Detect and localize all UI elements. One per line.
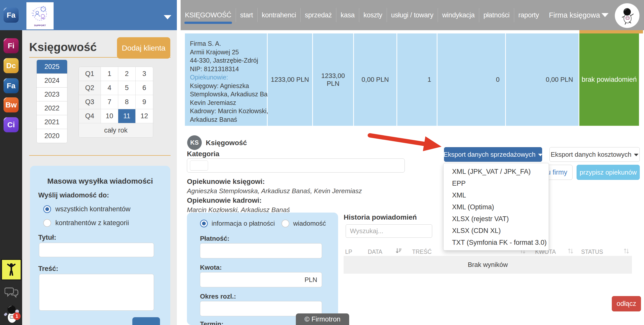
cell-value: 0,00 PLN bbox=[361, 76, 389, 84]
menu-item-xml[interactable]: XML bbox=[444, 189, 549, 201]
history-search-input[interactable] bbox=[346, 224, 432, 238]
content-textarea[interactable] bbox=[39, 274, 154, 311]
add-client-button[interactable]: Dodaj klienta bbox=[117, 37, 170, 59]
radio-message[interactable] bbox=[281, 220, 289, 227]
radio-payment-info[interactable] bbox=[200, 220, 208, 227]
full-year-button[interactable]: cały rok bbox=[79, 123, 153, 137]
month-7[interactable]: 7 bbox=[101, 95, 118, 109]
radio-all-contractors[interactable] bbox=[43, 205, 51, 213]
accessibility-button[interactable] bbox=[1, 259, 21, 280]
nav-tab-ksiegowosc[interactable]: KSIĘGOWOŚĆ bbox=[181, 0, 236, 30]
menu-item-txt-symfonia[interactable]: TXT (Symfonia FK - format 3.0) bbox=[444, 237, 549, 249]
menu-item-xml-jpk[interactable]: XML (JPK_VAT / JPK_FA) bbox=[444, 166, 549, 178]
caretakers-link[interactable]: Opiekunowie: bbox=[190, 73, 264, 82]
caret-down-icon bbox=[538, 154, 543, 156]
month-label: 3 bbox=[142, 70, 146, 78]
caretaker-line: Księgowy: Agnieszka bbox=[190, 82, 264, 90]
category-input[interactable] bbox=[187, 158, 405, 173]
nav-tab-raporty[interactable]: raporty bbox=[514, 0, 543, 30]
month-10[interactable]: 10 bbox=[101, 109, 118, 123]
assign-caretakers-button[interactable]: przypisz opiekunów bbox=[577, 165, 640, 180]
month-5[interactable]: 5 bbox=[118, 81, 136, 95]
nav-tab-koszty[interactable]: koszty bbox=[359, 0, 387, 30]
quarter-q1[interactable]: Q1 bbox=[79, 67, 101, 81]
nav-tab-platnosci[interactable]: płatności bbox=[479, 0, 514, 30]
month-12[interactable]: 12 bbox=[136, 109, 153, 123]
nav-tab-windykacja[interactable]: windykacja bbox=[438, 0, 479, 30]
sort-icon bbox=[568, 247, 574, 255]
quarter-q4[interactable]: Q4 bbox=[79, 109, 101, 123]
nav-label: raporty bbox=[518, 11, 539, 19]
month-8[interactable]: 8 bbox=[118, 95, 136, 109]
app-icon-fa2[interactable]: Fa bbox=[4, 78, 19, 93]
month-2[interactable]: 2 bbox=[118, 67, 136, 81]
menu-item-xlsx-cdn[interactable]: XLSX (CDN XL) bbox=[444, 225, 549, 237]
nav-tab-kontrahenci[interactable]: kontrahenci bbox=[258, 0, 300, 30]
month-9[interactable]: 9 bbox=[136, 95, 153, 109]
nav-tab-sprzedaz[interactable]: sprzedaż bbox=[301, 0, 336, 30]
count-cell-1: 1 bbox=[397, 33, 437, 126]
month-4[interactable]: 4 bbox=[101, 81, 118, 95]
radio-category-contractors[interactable] bbox=[43, 219, 51, 227]
payment-input[interactable] bbox=[200, 243, 322, 258]
export-sales-button[interactable]: Eksport danych sprzedażowych bbox=[444, 147, 542, 162]
cell-value: 0 bbox=[496, 76, 500, 84]
nav-label: płatności bbox=[484, 11, 510, 19]
app-icon-fi[interactable]: Fi bbox=[4, 38, 19, 53]
month-11-selected[interactable]: 11 bbox=[118, 109, 136, 123]
company-logo[interactable]: SUPPORT bbox=[26, 2, 54, 29]
year-2020[interactable]: 2020 bbox=[37, 129, 67, 143]
month-grid: Q1 1 2 3 Q2 4 5 6 Q3 7 8 9 Q4 10 11 12 bbox=[78, 67, 153, 138]
quarter-q2[interactable]: Q2 bbox=[79, 81, 101, 95]
title-input[interactable] bbox=[39, 243, 154, 257]
month-6[interactable]: 6 bbox=[136, 81, 153, 95]
year-2022[interactable]: 2022 bbox=[37, 101, 67, 115]
amount-label: Kwota: bbox=[200, 264, 222, 271]
nav-tab-kasa[interactable]: kasa bbox=[336, 0, 359, 30]
cell-value: 1 bbox=[428, 76, 431, 84]
month-3[interactable]: 3 bbox=[136, 67, 153, 81]
amount-input[interactable]: PLN bbox=[200, 272, 322, 287]
send-button-partial[interactable] bbox=[132, 317, 160, 325]
year-label: 2024 bbox=[44, 77, 59, 85]
month-1[interactable]: 1 bbox=[101, 67, 118, 81]
app-icon-ci[interactable]: Ci bbox=[4, 117, 19, 132]
menu-item-xml-optima[interactable]: XML (Optima) bbox=[444, 201, 549, 213]
export-dropdown-menu: XML (JPK_VAT / JPK_FA) EPP XML XML (Opti… bbox=[443, 163, 549, 251]
detach-button[interactable]: odłącz bbox=[612, 296, 641, 311]
nav-tab-uslugi-towary[interactable]: usługi / towary bbox=[387, 0, 438, 30]
column-data[interactable]: DATA bbox=[362, 246, 405, 256]
year-2023[interactable]: 2023 bbox=[37, 88, 67, 101]
month-label: 12 bbox=[140, 112, 148, 120]
year-2021[interactable]: 2021 bbox=[37, 115, 67, 129]
app-icon-dc[interactable]: Dc bbox=[4, 58, 19, 73]
year-2024[interactable]: 2024 bbox=[37, 74, 67, 88]
year-2025[interactable]: 2025 bbox=[37, 60, 67, 74]
chat-button[interactable] bbox=[5, 286, 19, 299]
mass-message-card: Masowa wysyłka wiadomości Wyślij wiadomo… bbox=[30, 166, 170, 325]
company-street: Armii Krajowej 25 bbox=[190, 48, 264, 57]
export-costs-button[interactable]: Eksport danych kosztowych bbox=[549, 147, 640, 162]
month-label: 5 bbox=[125, 84, 129, 92]
copyright-label: © Firmotron bbox=[305, 315, 341, 323]
month-label: 7 bbox=[107, 98, 111, 106]
account-caret-icon bbox=[601, 13, 609, 17]
account-menu[interactable]: Firma księgowa bbox=[549, 0, 609, 30]
notifications-status-cell: brak powiadomień bbox=[579, 33, 639, 126]
menu-item-epp[interactable]: EPP bbox=[444, 178, 549, 189]
user-avatar[interactable] bbox=[615, 3, 639, 28]
column-status[interactable]: STATUS bbox=[576, 246, 632, 256]
caretaker-line: Arkadiusz Banaś bbox=[190, 115, 264, 124]
menu-item-xlsx-rejestr[interactable]: XLSX (rejestr VAT) bbox=[444, 213, 549, 225]
quarter-q3[interactable]: Q3 bbox=[79, 95, 101, 109]
nav-tab-start[interactable]: start bbox=[236, 0, 257, 30]
header-dropdown-caret[interactable] bbox=[164, 15, 171, 19]
app-icon-fa-active[interactable]: Fa bbox=[4, 8, 19, 23]
nav-label: kasa bbox=[341, 11, 355, 19]
app-icon-bw[interactable]: Bw bbox=[4, 97, 19, 112]
divider bbox=[29, 155, 171, 156]
accountants-label: Opiekunowie księgowi: bbox=[187, 178, 265, 186]
client-summary-row[interactable]: Firma S. A. Armii Krajowej 25 44-330, Ja… bbox=[185, 33, 639, 126]
client-initials: KS bbox=[190, 139, 198, 146]
column-lp[interactable]: LP bbox=[344, 246, 362, 256]
